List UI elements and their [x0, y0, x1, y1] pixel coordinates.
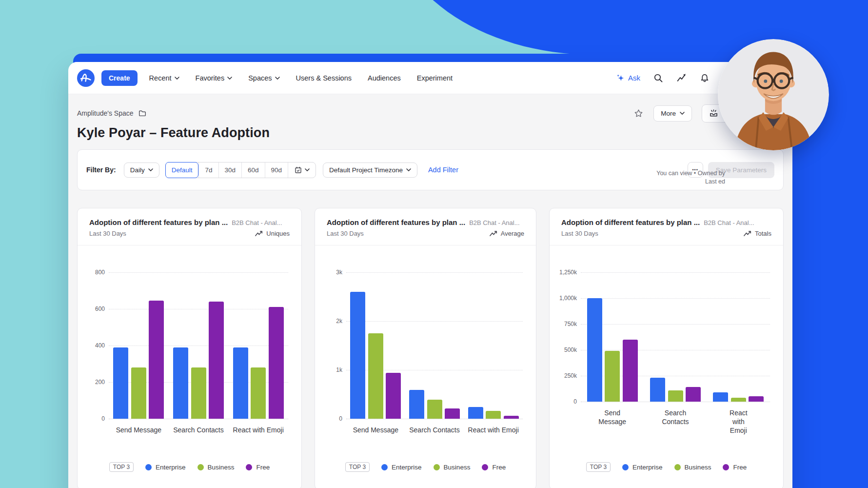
bar-enterprise-send-message[interactable] [350, 292, 365, 419]
bar-enterprise-search-contacts[interactable] [173, 347, 188, 419]
gridline [109, 346, 288, 346]
bar-free-send-message[interactable] [623, 340, 638, 402]
chart-source-label: B2B Chat - Anal... [232, 219, 282, 226]
bar-business-react-with-emoji[interactable] [731, 398, 746, 402]
bar-enterprise-send-message[interactable] [113, 347, 128, 419]
legend-label: Business [208, 464, 235, 471]
legend-item-enterprise[interactable]: Enterprise [622, 464, 663, 471]
bar-free-search-contacts[interactable] [209, 302, 224, 419]
permission-text: You can view • Owned by [656, 169, 725, 178]
more-button[interactable]: More [653, 105, 692, 122]
nav-item-users-sessions[interactable]: Users & Sessions [296, 74, 352, 82]
y-axis-tick-label: 200 [78, 379, 105, 386]
bar-free-send-message[interactable] [149, 301, 164, 419]
chart-card-average[interactable]: Adoption of different features by plan .… [315, 208, 536, 488]
range-option-7d[interactable]: 7d [198, 163, 218, 178]
legend-label: Free [256, 464, 270, 471]
date-range-segmented-control: Default 7d 30d 60d 90d [165, 162, 316, 178]
top3-badge: TOP 3 [586, 462, 611, 472]
chart-source-label: B2B Chat - Anal... [704, 219, 754, 226]
notifications-bell-icon[interactable] [700, 73, 710, 83]
bar-business-search-contacts[interactable] [427, 400, 442, 419]
y-axis-tick-label: 1,250k [550, 269, 577, 276]
legend-item-business[interactable]: Business [197, 464, 235, 471]
nav-item-experiment[interactable]: Experiment [417, 74, 453, 82]
bar-enterprise-search-contacts[interactable] [409, 390, 424, 419]
chart-title-row: Adoption of different features by plan .… [561, 218, 771, 226]
bar-free-react-with-emoji[interactable] [504, 416, 519, 419]
gridline [581, 298, 770, 299]
add-filter-link[interactable]: Add Filter [428, 166, 458, 174]
bar-business-search-contacts[interactable] [191, 367, 206, 419]
bar-enterprise-react-with-emoji[interactable] [468, 407, 483, 419]
chart-card-totals[interactable]: Adoption of different features by plan .… [549, 208, 784, 488]
y-axis-tick-label: 0 [78, 415, 105, 422]
gridline [581, 324, 770, 325]
nav-item-label: Spaces [248, 74, 272, 82]
chart-metric-label: Average [490, 230, 524, 237]
create-button[interactable]: Create [101, 70, 138, 86]
bar-business-send-message[interactable] [605, 351, 620, 402]
gridline [109, 419, 288, 419]
y-axis-tick-label: 400 [78, 342, 105, 349]
chart-plot-area: 0250k500k750k1,000k1,250kSend MessageSea… [550, 245, 783, 488]
search-icon[interactable] [653, 73, 663, 83]
gridline [346, 419, 523, 419]
chevron-down-icon [227, 77, 232, 80]
custom-date-picker[interactable] [288, 163, 316, 178]
range-option-30d[interactable]: 30d [218, 163, 242, 178]
nav-item-recent[interactable]: Recent [149, 74, 179, 82]
bar-free-react-with-emoji[interactable] [749, 396, 764, 402]
legend-item-enterprise[interactable]: Enterprise [145, 464, 186, 471]
range-option-60d[interactable]: 60d [241, 163, 265, 178]
y-axis-tick-label: 2k [315, 318, 342, 325]
legend-item-free[interactable]: Free [482, 464, 506, 471]
legend-item-free[interactable]: Free [723, 464, 747, 471]
bar-business-react-with-emoji[interactable] [486, 411, 501, 419]
bar-free-search-contacts[interactable] [686, 387, 701, 402]
interval-value: Daily [130, 166, 145, 174]
range-option-90d[interactable]: 90d [265, 163, 288, 178]
y-axis-tick-label: 0 [315, 415, 342, 422]
legend-item-business[interactable]: Business [674, 464, 711, 471]
bar-free-react-with-emoji[interactable] [269, 307, 284, 419]
legend-item-business[interactable]: Business [434, 464, 471, 471]
top3-badge: TOP 3 [345, 462, 370, 472]
chevron-down-icon [275, 77, 280, 80]
chart-title: Adoption of different features by plan .… [89, 218, 228, 226]
y-axis-tick-label: 0 [550, 398, 577, 405]
breadcrumb[interactable]: Amplitude's Space [77, 109, 147, 118]
favorite-star-icon[interactable] [633, 108, 644, 119]
bar-business-send-message[interactable] [131, 367, 146, 419]
ask-button[interactable]: Ask [615, 73, 640, 82]
last-edited-text: Last ed [656, 178, 725, 186]
bar-business-send-message[interactable] [368, 333, 383, 419]
marketing-background: Create Recent Favorites Spaces Users & S… [0, 0, 868, 488]
bar-enterprise-search-contacts[interactable] [650, 378, 665, 402]
bar-enterprise-react-with-emoji[interactable] [713, 392, 728, 402]
nav-item-audiences[interactable]: Audiences [368, 74, 401, 82]
legend-color-dot [197, 464, 204, 470]
bar-enterprise-send-message[interactable] [587, 298, 602, 402]
bar-free-search-contacts[interactable] [445, 408, 460, 419]
nav-item-spaces[interactable]: Spaces [248, 74, 279, 82]
dashboard-charts: Adoption of different features by plan .… [77, 208, 784, 488]
range-option-default[interactable]: Default [165, 162, 199, 178]
legend-item-free[interactable]: Free [246, 464, 270, 471]
bar-business-react-with-emoji[interactable] [251, 367, 266, 419]
bar-enterprise-react-with-emoji[interactable] [233, 347, 248, 419]
legend-item-enterprise[interactable]: Enterprise [381, 464, 422, 471]
analytics-chart-icon[interactable] [676, 73, 687, 83]
timezone-dropdown[interactable]: Default Project Timezone [323, 163, 417, 178]
category-label-line: React [716, 408, 760, 417]
bar-business-search-contacts[interactable] [668, 390, 683, 402]
line-chart-icon [744, 231, 751, 237]
amplitude-logo-icon[interactable] [77, 69, 95, 87]
line-chart-icon [255, 231, 263, 237]
user-avatar[interactable] [718, 39, 829, 150]
interval-dropdown[interactable]: Daily [124, 163, 159, 178]
app-window: Create Recent Favorites Spaces Users & S… [68, 62, 792, 488]
bar-free-send-message[interactable] [386, 373, 401, 419]
chart-card-uniques[interactable]: Adoption of different features by plan .… [77, 208, 302, 488]
nav-item-favorites[interactable]: Favorites [196, 74, 233, 82]
